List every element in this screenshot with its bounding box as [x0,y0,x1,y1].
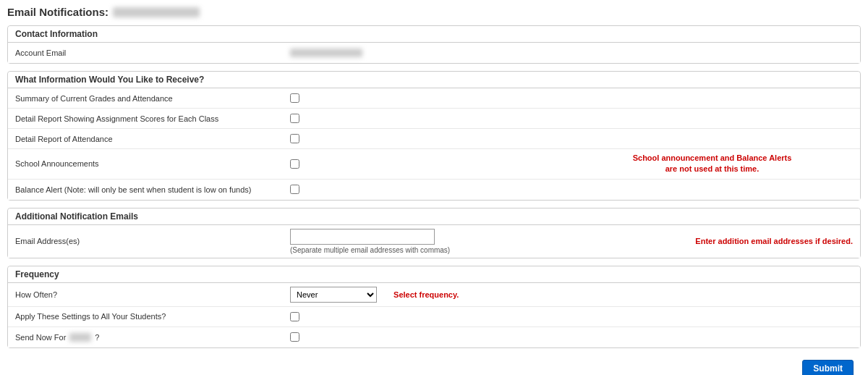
account-email-value [290,49,853,57]
school-announcements-label: School Announcements [15,159,290,168]
school-announcements-note-line1: School announcement and Balance Alerts [633,153,792,162]
send-now-label: Send Now For ? [15,333,290,342]
balance-alert-checkbox[interactable] [290,185,299,194]
additional-notification-section: Additional Notification Emails Email Add… [7,208,861,258]
additional-email-input-wrapper: (Separate multiple email addresses with … [290,229,681,254]
detail-attendance-row: Detail Report of Attendance [8,129,860,149]
how-often-row: How Often? Never Daily Weekly Select fre… [8,283,860,307]
account-email-label: Account Email [15,49,290,57]
send-now-row: Send Now For ? [8,327,860,347]
summary-grades-checkbox[interactable] [290,93,299,103]
frequency-note: Select frequency. [393,290,459,299]
summary-grades-value [290,93,853,103]
send-now-label-group: Send Now For ? [15,333,290,342]
send-now-text: Send Now For [15,333,66,342]
detail-assignments-label: Detail Report Showing Assignment Scores … [15,114,290,123]
account-email-row: Account Email [8,43,860,63]
detail-attendance-label: Detail Report of Attendance [15,135,290,143]
submit-row: Submit [7,355,861,375]
school-announcements-row: School Announcements School announcement… [8,149,860,180]
apply-all-students-row: Apply These Settings to All Your Student… [8,307,860,327]
account-email-blurred [290,49,362,57]
summary-grades-label: Summary of Current Grades and Attendance [15,94,290,103]
balance-alert-row: Balance Alert (Note: will only be sent w… [8,180,860,200]
email-input-hint: (Separate multiple email addresses with … [290,246,681,254]
detail-assignments-value [290,114,853,123]
additional-section-header: Additional Notification Emails [8,208,860,225]
email-input-group: (Separate multiple email addresses with … [290,229,681,254]
contact-section-header: Contact Information [8,26,860,43]
apply-all-students-label: Apply These Settings to All Your Student… [15,312,290,321]
submit-button[interactable]: Submit [802,360,854,375]
frequency-section-header: Frequency [8,266,860,283]
school-announcements-note: School announcement and Balance Alerts a… [571,153,853,175]
school-announcements-value [290,159,571,169]
detail-assignments-row: Detail Report Showing Assignment Scores … [8,109,860,129]
contact-information-section: Contact Information Account Email [7,25,861,64]
apply-all-students-value [290,312,853,321]
additional-email-input[interactable] [290,229,435,245]
how-often-label: How Often? [15,290,290,299]
how-often-select[interactable]: Never Daily Weekly [290,287,377,303]
send-now-checkbox[interactable] [290,332,299,342]
additional-email-row: Email Address(es) (Separate multiple ema… [8,225,860,258]
page-wrapper: Email Notifications: Contact Information… [0,0,868,375]
page-title-text: Email Notifications: [7,6,109,18]
additional-email-label: Email Address(es) [15,237,290,245]
balance-alert-label: Balance Alert (Note: will only be sent w… [15,185,290,194]
send-now-blurred [69,333,91,342]
send-now-value [290,332,853,342]
detail-attendance-value [290,134,853,143]
how-often-value: Never Daily Weekly Select frequency. [290,287,853,303]
summary-grades-row: Summary of Current Grades and Attendance [8,88,860,109]
detail-attendance-checkbox[interactable] [290,134,299,143]
page-title: Email Notifications: [7,6,861,18]
what-information-section: What Information Would You Like to Recei… [7,71,861,201]
send-now-suffix: ? [95,333,99,342]
additional-email-note: Enter addition email addresses if desire… [695,237,853,245]
detail-assignments-checkbox[interactable] [290,114,299,123]
apply-all-students-checkbox[interactable] [290,312,299,321]
school-announcements-checkbox[interactable] [290,159,299,169]
what-section-header: What Information Would You Like to Recei… [8,72,860,88]
school-announcements-note-line2: are not used at this time. [665,164,760,173]
page-title-blurred [113,7,200,17]
balance-alert-value [290,185,853,194]
frequency-section: Frequency How Often? Never Daily Weekly … [7,266,861,348]
